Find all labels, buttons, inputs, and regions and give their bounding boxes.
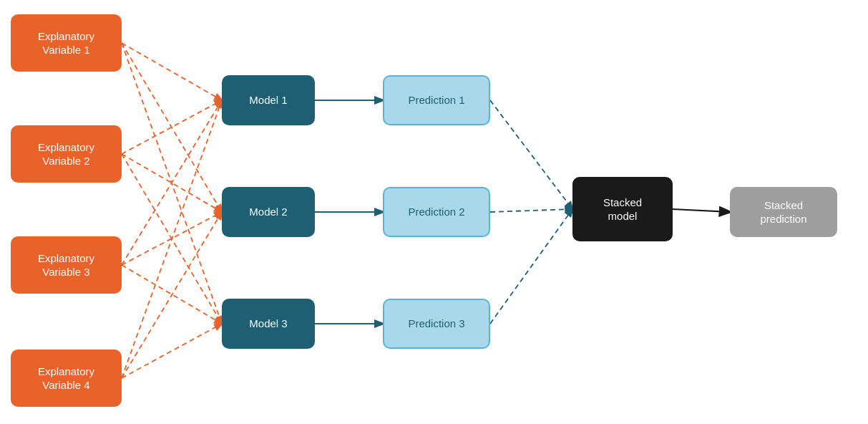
svg-line-5: [122, 154, 222, 324]
prediction-3: Prediction 3: [383, 299, 490, 349]
model-3: Model 3: [222, 299, 315, 349]
explanatory-var-3: ExplanatoryVariable 3: [11, 236, 122, 294]
svg-line-7: [122, 212, 222, 265]
svg-line-1: [122, 43, 222, 212]
svg-line-11: [122, 324, 222, 378]
svg-line-10: [122, 212, 222, 378]
explanatory-var-4: ExplanatoryVariable 4: [11, 350, 122, 407]
prediction-1: Prediction 1: [383, 75, 490, 125]
svg-line-8: [122, 265, 222, 324]
svg-line-15: [490, 100, 572, 209]
model-1: Model 1: [222, 75, 315, 125]
stacked-model: Stackedmodel: [572, 177, 673, 241]
svg-line-2: [122, 43, 222, 324]
model-2: Model 2: [222, 187, 315, 237]
svg-line-16: [490, 209, 572, 212]
stacked-prediction: Stackedprediction: [730, 187, 837, 237]
svg-line-3: [122, 100, 222, 154]
svg-line-4: [122, 154, 222, 212]
svg-line-17: [490, 209, 572, 324]
svg-line-9: [122, 100, 222, 378]
svg-line-0: [122, 43, 222, 100]
explanatory-var-1: ExplanatoryVariable 1: [11, 14, 122, 72]
svg-line-18: [673, 209, 730, 212]
prediction-2: Prediction 2: [383, 187, 490, 237]
svg-line-6: [122, 100, 222, 265]
stacking-diagram: ExplanatoryVariable 1 ExplanatoryVariabl…: [0, 0, 868, 424]
explanatory-var-2: ExplanatoryVariable 2: [11, 125, 122, 183]
